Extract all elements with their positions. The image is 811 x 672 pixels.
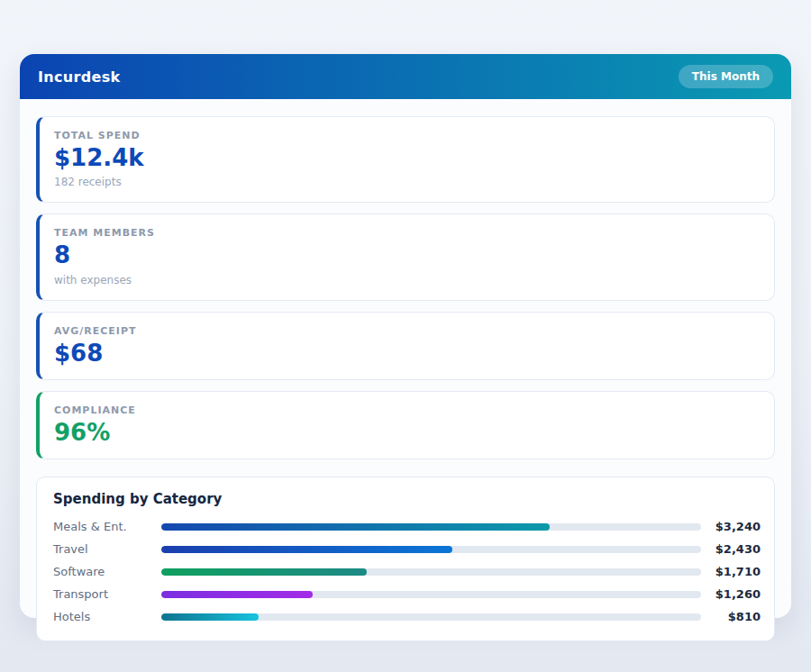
category-label: Hotels — [53, 610, 161, 623]
stat-sub: with expenses — [54, 274, 758, 286]
bar-track — [161, 546, 701, 553]
bar-fill — [161, 591, 313, 598]
category-label: Transport — [53, 587, 161, 601]
stat-label: TOTAL SPEND — [54, 130, 758, 141]
value-label: $810 — [701, 610, 761, 623]
value-label: $1,710 — [701, 565, 761, 578]
chart-row: Meals & Ent. $3,240 — [53, 515, 761, 538]
stat-value: $68 — [54, 341, 758, 366]
stat-value: 8 — [54, 243, 758, 268]
app-panel: Incurdesk This Month TOTAL SPEND $12.4k … — [20, 54, 791, 618]
bar-track — [161, 591, 701, 598]
panel-body: TOTAL SPEND $12.4k 182 receipts TEAM MEM… — [20, 99, 791, 658]
bar-track — [161, 523, 701, 531]
stat-value: $12.4k — [54, 146, 758, 170]
value-label: $3,240 — [701, 520, 761, 533]
stat-sub: 182 receipts — [54, 176, 758, 188]
category-label: Travel — [53, 542, 161, 556]
bar-fill — [161, 523, 550, 531]
stat-card-team-members: TEAM MEMBERS 8 with expenses — [36, 213, 775, 300]
stat-label: TEAM MEMBERS — [54, 227, 758, 239]
bar-fill — [161, 568, 367, 576]
stat-value: 96% — [54, 421, 758, 445]
bar-track — [161, 613, 701, 621]
chart-title: Spending by Category — [53, 491, 761, 507]
category-label: Software — [53, 565, 161, 578]
value-label: $1,260 — [701, 587, 761, 601]
stat-label: COMPLIANCE — [54, 404, 758, 416]
stat-label: AVG/RECEIPT — [54, 325, 758, 337]
stat-card-compliance: COMPLIANCE 96% — [36, 391, 775, 459]
stat-card-total-spend: TOTAL SPEND $12.4k 182 receipts — [36, 116, 775, 203]
chart-row: Travel $2,430 — [53, 538, 761, 560]
app-header: Incurdesk This Month — [20, 54, 791, 99]
chart-row: Software $1,710 — [53, 560, 761, 583]
chart-rows: Meals & Ent. $3,240 Travel $2,430 Softwa… — [53, 515, 761, 628]
period-badge[interactable]: This Month — [679, 65, 773, 88]
spending-by-category-card: Spending by Category Meals & Ent. $3,240… — [36, 477, 775, 641]
bar-fill — [161, 546, 452, 553]
stat-card-avg-receipt: AVG/RECEIPT $68 — [36, 312, 775, 380]
category-label: Meals & Ent. — [53, 520, 161, 533]
bar-track — [161, 568, 701, 576]
chart-row: Transport $1,260 — [53, 583, 761, 605]
chart-row: Hotels $810 — [53, 605, 761, 628]
value-label: $2,430 — [701, 542, 761, 556]
bar-fill — [161, 613, 259, 621]
app-title: Incurdesk — [38, 68, 120, 86]
